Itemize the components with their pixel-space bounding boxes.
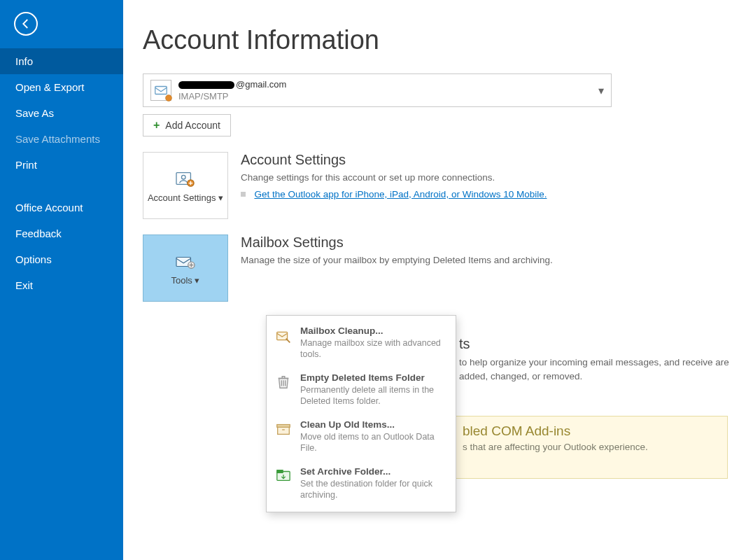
menu-title: Mailbox Cleanup... <box>300 326 447 336</box>
plus-icon: + <box>153 119 160 132</box>
rules-title-fragment: ts <box>459 336 470 352</box>
account-type: IMAP/SMTP <box>178 90 286 102</box>
sidebar-item-save-as[interactable]: Save As <box>0 100 123 126</box>
tools-tile-label: Tools ▾ <box>171 275 200 286</box>
disabled-addins-desc-fragment: s that are affecting your Outlook experi… <box>463 442 719 452</box>
tools-dropdown-menu: Mailbox Cleanup... Manage mailbox size w… <box>266 315 456 512</box>
mail-account-icon <box>150 80 171 101</box>
menu-item-mailbox-cleanup[interactable]: Mailbox Cleanup... Manage mailbox size w… <box>267 320 456 367</box>
menu-item-clean-old[interactable]: Clean Up Old Items... Move old items to … <box>267 414 456 461</box>
svg-rect-0 <box>155 87 167 94</box>
menu-desc: Move old items to an Outlook Data File. <box>300 431 447 454</box>
rules-desc-fragment: to help organize your incoming email mes… <box>459 356 746 384</box>
sidebar-item-options[interactable]: Options <box>0 246 123 272</box>
sidebar-item-save-attachments: Save Attachments <box>0 126 123 152</box>
menu-desc: Permanently delete all items in the Dele… <box>300 384 447 407</box>
get-outlook-app-link[interactable]: Get the Outlook app for iPhone, iPad, An… <box>254 189 547 200</box>
archive-folder-icon <box>274 468 293 487</box>
account-settings-title: Account Settings <box>241 152 725 168</box>
disabled-addins-title-fragment: bled COM Add-ins <box>463 424 719 439</box>
sidebar-item-print[interactable]: Print <box>0 152 123 178</box>
sidebar-item-open-export[interactable]: Open & Export <box>0 74 123 100</box>
broom-icon <box>274 327 293 346</box>
back-button[interactable] <box>14 12 38 36</box>
bullet-icon <box>241 192 246 197</box>
menu-title: Clean Up Old Items... <box>300 419 447 430</box>
trash-icon <box>274 374 293 393</box>
main-panel: Account Information @gmail.com IMAP/SMTP… <box>123 0 746 560</box>
redacted-text <box>178 81 234 89</box>
menu-desc: Manage mailbox size with advanced tools. <box>300 337 447 360</box>
archive-box-icon <box>274 421 293 440</box>
account-email: @gmail.com <box>178 78 286 90</box>
sidebar-item-office-account[interactable]: Office Account <box>0 195 123 220</box>
svg-rect-9 <box>277 425 290 428</box>
sidebar-item-exit[interactable]: Exit <box>0 272 123 298</box>
svg-point-1 <box>166 95 172 102</box>
account-settings-tile[interactable]: Account Settings ▾ <box>143 152 228 219</box>
account-settings-icon <box>174 169 197 190</box>
menu-title: Empty Deleted Items Folder <box>300 372 447 383</box>
svg-rect-11 <box>277 470 283 473</box>
page-title: Account Information <box>143 25 725 55</box>
account-selector[interactable]: @gmail.com IMAP/SMTP ▾ <box>143 74 612 107</box>
backstage-sidebar: Info Open & Export Save As Save Attachme… <box>0 0 123 560</box>
mailbox-settings-title: Mailbox Settings <box>241 234 725 251</box>
add-account-button[interactable]: + Add Account <box>143 114 231 136</box>
arrow-left-icon <box>20 18 32 30</box>
add-account-label: Add Account <box>165 120 220 131</box>
menu-title: Set Archive Folder... <box>300 466 447 477</box>
account-settings-tile-label: Account Settings ▾ <box>148 192 223 203</box>
sidebar-item-info[interactable]: Info <box>0 48 123 74</box>
tools-icon <box>174 251 197 272</box>
menu-item-set-archive-folder[interactable]: Set Archive Folder... Set the destinatio… <box>267 461 456 507</box>
menu-item-empty-deleted[interactable]: Empty Deleted Items Folder Permanently d… <box>267 367 456 414</box>
chevron-down-icon: ▾ <box>598 84 604 97</box>
account-info: @gmail.com IMAP/SMTP <box>178 78 286 102</box>
account-settings-desc: Change settings for this account or set … <box>241 171 725 185</box>
sidebar-item-feedback[interactable]: Feedback <box>0 220 123 246</box>
svg-rect-8 <box>278 426 290 434</box>
svg-point-3 <box>181 175 185 179</box>
tools-tile[interactable]: Tools ▾ <box>143 234 228 302</box>
mailbox-settings-desc: Manage the size of your mailbox by empty… <box>241 253 725 267</box>
svg-rect-7 <box>277 332 288 340</box>
menu-desc: Set the destination folder for quick arc… <box>300 478 447 500</box>
